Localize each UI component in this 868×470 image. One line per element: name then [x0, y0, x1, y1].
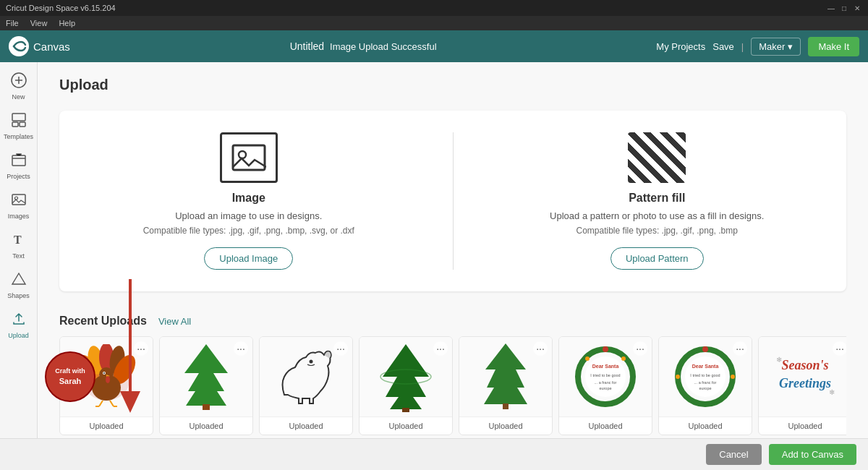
svg-text:I tried to be good: I tried to be good [590, 373, 620, 377]
sidebar-item-new[interactable]: New [1, 68, 37, 105]
svg-point-45 [621, 356, 626, 361]
svg-point-44 [585, 356, 590, 361]
sidebar-new-label: New [12, 93, 25, 101]
my-projects-button[interactable]: My Projects [656, 41, 705, 52]
svg-rect-36 [503, 403, 509, 409]
save-button[interactable]: Save [712, 41, 734, 52]
svg-text:❄: ❄ [776, 356, 782, 364]
sidebar-text-label: Text [12, 252, 25, 260]
svg-point-31 [310, 360, 313, 364]
add-to-canvas-button[interactable]: Add to Canvas [769, 444, 856, 465]
upload-card-4[interactable]: ··· Uploaded [459, 336, 553, 435]
close-btn[interactable]: ✕ [852, 3, 862, 13]
sidebar-item-images[interactable]: Images [1, 187, 37, 224]
svg-text:europe: europe [699, 386, 711, 390]
svg-point-24 [103, 372, 105, 374]
bottom-bar: Cancel Add to Canvas [0, 438, 868, 470]
cancel-button[interactable]: Cancel [706, 444, 761, 465]
view-all-link[interactable]: View All [158, 316, 191, 327]
svg-text:T: T [14, 234, 22, 246]
sidebar-templates-label: Templates [4, 133, 33, 140]
upload-card-label-1: Uploaded [160, 416, 252, 435]
section-title: Canvas [33, 40, 70, 53]
sidebar-item-upload[interactable]: Upload [1, 307, 37, 343]
upload-icon [11, 311, 27, 330]
menu-view[interactable]: View [30, 19, 48, 27]
upload-card-label-5: Uploaded [559, 416, 652, 435]
svg-point-54 [676, 375, 680, 379]
watermark-badge: Craft with Sarah [45, 351, 95, 402]
upload-card-5[interactable]: Dear Santa I tried to be good ... a fran… [558, 336, 652, 435]
upload-card-label-0: Uploaded [60, 416, 153, 435]
pattern-option-compat: Compatible file types: .jpg, .gif, .png,… [576, 226, 738, 236]
upload-card-menu-1[interactable]: ··· [234, 341, 248, 356]
page-title: Upload [59, 77, 846, 93]
minimize-btn[interactable]: — [826, 3, 836, 13]
maximize-btn[interactable]: □ [839, 3, 849, 13]
svg-marker-32 [383, 344, 429, 409]
upload-card-label-4: Uploaded [459, 416, 552, 435]
pattern-option-desc: Upload a pattern or photo to use as a fi… [550, 210, 764, 221]
upload-card-2[interactable]: ··· Uploaded [259, 336, 353, 435]
upload-pattern-button[interactable]: Upload Pattern [610, 247, 704, 270]
sidebar-item-text[interactable]: T Text [1, 227, 37, 264]
pattern-upload-icon [628, 132, 686, 183]
sidebar-item-templates[interactable]: Templates [1, 108, 37, 145]
upload-card-menu-4[interactable]: ··· [533, 341, 548, 356]
new-icon [11, 72, 27, 92]
logo-area: Canvas [9, 36, 70, 56]
image-upload-icon [220, 132, 278, 183]
upload-card-menu-2[interactable]: ··· [333, 341, 348, 356]
watermark-line1: Craft with [55, 367, 85, 375]
menu-file[interactable]: File [6, 19, 19, 27]
upload-card-menu-3[interactable]: ··· [433, 341, 448, 356]
make-it-button[interactable]: Make It [808, 37, 859, 56]
image-option-title: Image [232, 192, 265, 205]
upload-card-3[interactable]: ··· Uploaded [359, 336, 453, 435]
sidebar-item-shapes[interactable]: Shapes [1, 267, 37, 304]
svg-line-25 [99, 401, 103, 406]
pattern-option-title: Pattern fill [629, 192, 685, 205]
sidebar-shapes-label: Shapes [7, 292, 30, 299]
cricut-logo [9, 36, 29, 56]
svg-text:Greetings: Greetings [779, 376, 831, 390]
pattern-upload-option: Pattern fill Upload a pattern or photo t… [497, 132, 818, 270]
upload-options-panel: Image Upload an image to use in designs.… [59, 111, 846, 291]
upload-card-1[interactable]: ··· Uploaded [159, 336, 253, 435]
upload-card-menu-7[interactable]: ··· [833, 341, 846, 356]
recent-title: Recent Uploads [59, 315, 147, 328]
upload-card-6[interactable]: Dear Santa I tried to be good ... a fran… [658, 336, 752, 435]
top-nav: Canvas Untitled Image Upload Successful … [0, 30, 868, 62]
sidebar-item-projects[interactable]: Projects [1, 148, 37, 184]
text-icon: T [11, 231, 27, 251]
upload-card-label-2: Uploaded [260, 416, 352, 435]
svg-text:Dear Santa: Dear Santa [692, 364, 719, 369]
nav-right: My Projects Save | Maker ▾ Make It [656, 37, 859, 56]
sidebar-upload-label: Upload [8, 332, 29, 339]
svg-point-53 [731, 375, 735, 379]
upload-card-menu-0[interactable]: ··· [134, 341, 148, 356]
svg-text:Season's: Season's [781, 358, 828, 372]
templates-icon [11, 112, 27, 132]
main-content: Upload Image Upload an image to use in d… [38, 62, 868, 438]
bottom-right: Cancel Add to Canvas [706, 444, 856, 465]
svg-text:... a franc for: ... a franc for [595, 380, 617, 385]
svg-rect-34 [402, 408, 409, 412]
upload-card-menu-6[interactable]: ··· [733, 341, 747, 356]
menu-help[interactable]: Help [59, 19, 75, 27]
svg-text:I tried to be good: I tried to be good [690, 373, 720, 377]
title-bar: Cricut Design Space v6.15.204 — □ ✕ [0, 0, 868, 16]
images-icon [11, 192, 27, 211]
app-title: Cricut Design Space v6.15.204 [6, 4, 116, 12]
image-option-desc: Upload an image to use in designs. [175, 210, 322, 221]
upload-card-7[interactable]: Season's Greetings ❄ ❄ ··· Uploaded [758, 336, 846, 435]
svg-marker-29 [184, 344, 228, 406]
upload-image-button[interactable]: Upload Image [204, 247, 293, 270]
svg-point-8 [14, 197, 17, 200]
watermark-line2: Sarah [59, 377, 82, 385]
window-controls[interactable]: — □ ✕ [826, 3, 862, 13]
upload-card-menu-5[interactable]: ··· [633, 341, 647, 356]
svg-rect-7 [12, 195, 25, 205]
shapes-icon [11, 271, 27, 291]
maker-dropdown[interactable]: Maker ▾ [751, 38, 801, 56]
